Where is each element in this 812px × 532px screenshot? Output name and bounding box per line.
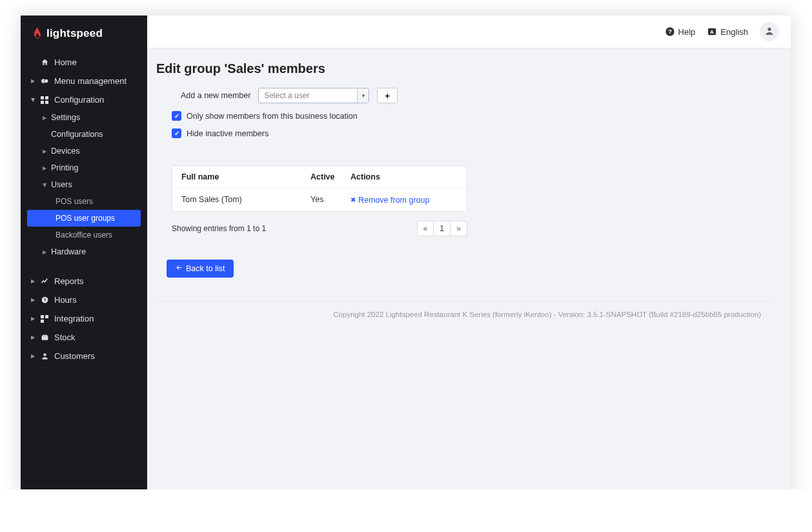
filter-location: ✓ Only show members from this business l… xyxy=(172,111,773,121)
language-icon: A xyxy=(707,26,717,37)
pager-page[interactable]: 1 xyxy=(434,221,451,236)
nav-integration[interactable]: ▶ Integration xyxy=(21,309,147,328)
nav-home[interactable]: Home xyxy=(21,53,147,72)
svg-rect-12 xyxy=(42,335,47,336)
user-avatar[interactable] xyxy=(760,22,779,41)
svg-rect-6 xyxy=(45,101,48,104)
select-placeholder: Select a user xyxy=(259,91,357,100)
nav-label: Devices xyxy=(51,147,79,156)
footer: Copyright 2022 Lightspeed Restaurant K S… xyxy=(156,301,773,327)
nav-label: POS users xyxy=(56,197,93,206)
nav-label: Printing xyxy=(51,163,78,172)
user-select[interactable]: Select a user ▼ xyxy=(258,88,369,103)
checkbox-location[interactable]: ✓ xyxy=(172,111,181,121)
nav-menu-management[interactable]: ▶ Menu management xyxy=(21,72,147,90)
help-label: Help xyxy=(678,27,696,37)
home-icon xyxy=(39,58,50,66)
header: ? Help A English xyxy=(147,15,791,48)
flame-icon xyxy=(32,27,43,40)
nav-label: Settings xyxy=(51,113,80,122)
nav-configurations[interactable]: Configurations xyxy=(21,126,147,143)
nav-stock[interactable]: ▶ Stock xyxy=(21,328,147,347)
integration-icon xyxy=(39,315,50,323)
pagination-row: Showing entries from 1 to 1 « 1 » xyxy=(172,221,467,236)
members-table: Full name Active Actions Tom Sales (Tom)… xyxy=(172,165,467,212)
caret-icon: ▶ xyxy=(30,278,36,284)
svg-point-18 xyxy=(767,27,771,30)
back-label: Back to list xyxy=(186,264,225,273)
nav-label: Stock xyxy=(54,332,76,342)
svg-rect-5 xyxy=(41,101,44,104)
language-selector[interactable]: A English xyxy=(707,26,748,37)
checkbox-label: Hide inactive members xyxy=(187,129,269,138)
help-icon: ? xyxy=(665,26,675,37)
nav-label: Backoffice users xyxy=(56,230,112,240)
nav-pos-user-groups[interactable]: POS user groups xyxy=(27,210,141,227)
nav-reports[interactable]: ▶ Reports xyxy=(21,272,147,291)
col-fullname: Full name xyxy=(181,172,310,181)
svg-rect-8 xyxy=(41,315,44,318)
user-icon xyxy=(764,26,775,38)
nav: Home ▶ Menu management ▶ Configuration ▶… xyxy=(21,49,147,489)
nav-settings[interactable]: ▶ Settings xyxy=(21,109,147,126)
svg-rect-9 xyxy=(45,315,48,318)
nav-configuration[interactable]: ▶ Configuration xyxy=(21,90,147,109)
caret-icon: ▶ xyxy=(41,148,48,154)
nav-backoffice-users[interactable]: Backoffice users xyxy=(21,227,147,243)
svg-point-13 xyxy=(43,353,46,356)
remove-from-group-link[interactable]: ✖ Remove from group xyxy=(350,196,429,205)
caret-icon: ▶ xyxy=(41,249,48,255)
checkbox-inactive[interactable]: ✓ xyxy=(172,128,181,138)
nav-customers[interactable]: ▶ Customers xyxy=(21,347,147,365)
back-to-list-button[interactable]: Back to list xyxy=(167,260,234,278)
close-icon: ✖ xyxy=(350,196,356,203)
nav-label: Home xyxy=(54,57,77,67)
add-button[interactable]: + xyxy=(377,88,398,103)
nav-hours[interactable]: ▶ Hours xyxy=(21,291,147,309)
caret-icon: ▶ xyxy=(30,353,36,359)
nav-label: Hours xyxy=(54,295,77,305)
sidebar: lightspeed Home ▶ Menu management ▶ xyxy=(21,15,147,489)
plus-icon: + xyxy=(385,91,391,101)
caret-down-icon: ▶ xyxy=(30,97,36,103)
nav-hardware[interactable]: ▶ Hardware xyxy=(21,243,147,260)
add-member-label: Add a new member xyxy=(181,91,250,100)
cell-name: Tom Sales (Tom) xyxy=(181,195,310,205)
svg-rect-10 xyxy=(41,320,44,323)
nav-label: Reports xyxy=(54,276,84,286)
language-label: English xyxy=(720,27,748,37)
pager-next[interactable]: » xyxy=(451,221,467,236)
table-row: Tom Sales (Tom) Yes ✖ Remove from group xyxy=(172,189,467,211)
help-link[interactable]: ? Help xyxy=(665,26,696,37)
svg-rect-3 xyxy=(41,96,44,99)
nav-label: Menu management xyxy=(54,76,127,86)
col-active: Active xyxy=(310,172,350,181)
nav-label: Integration xyxy=(54,314,94,323)
caret-icon: ▶ xyxy=(30,316,36,322)
caret-icon: ▶ xyxy=(30,334,36,340)
col-actions: Actions xyxy=(350,172,458,181)
main: ? Help A English Edit group 'Sales' memb… xyxy=(147,15,791,489)
nav-label: Configuration xyxy=(54,95,104,105)
nav-label: Users xyxy=(51,180,72,189)
caret-down-icon: ▶ xyxy=(42,181,48,188)
pager-prev[interactable]: « xyxy=(417,221,434,236)
logo: lightspeed xyxy=(21,15,147,49)
remove-label: Remove from group xyxy=(358,196,429,205)
grid-icon xyxy=(39,96,50,104)
nav-devices[interactable]: ▶ Devices xyxy=(21,143,147,159)
svg-text:?: ? xyxy=(668,28,672,35)
user-icon xyxy=(39,352,50,360)
nav-users[interactable]: ▶ Users xyxy=(21,176,147,193)
svg-rect-4 xyxy=(45,96,48,99)
pagination: « 1 » xyxy=(417,221,467,236)
cell-active: Yes xyxy=(310,195,350,205)
page-title: Edit group 'Sales' members xyxy=(156,61,773,76)
caret-icon: ▶ xyxy=(41,165,48,171)
nav-pos-users[interactable]: POS users xyxy=(21,193,147,210)
arrow-left-icon xyxy=(176,264,183,273)
content: Edit group 'Sales' members Add a new mem… xyxy=(147,48,791,489)
chart-icon xyxy=(39,277,50,285)
table-header: Full name Active Actions xyxy=(172,166,467,189)
nav-printing[interactable]: ▶ Printing xyxy=(21,159,147,176)
